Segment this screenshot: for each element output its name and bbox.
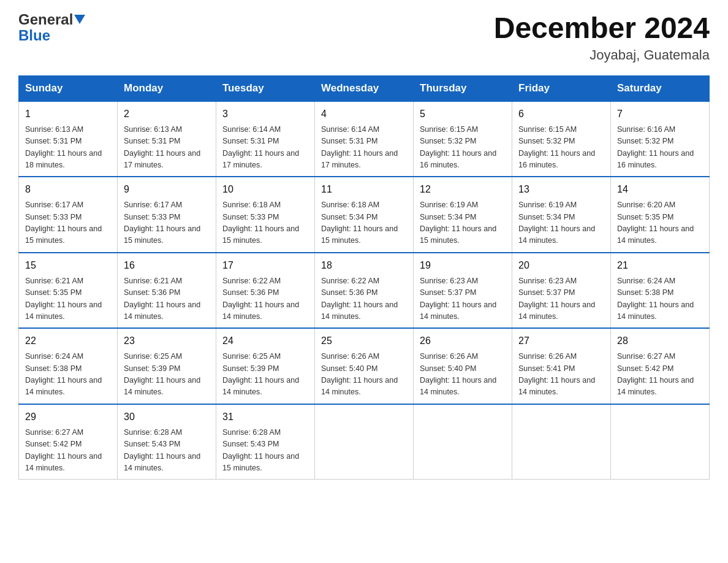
- day-number: 6: [518, 107, 604, 121]
- calendar-day-cell: [315, 404, 414, 480]
- calendar-day-cell: 30 Sunrise: 6:28 AM Sunset: 5:43 PM Dayl…: [118, 404, 216, 480]
- calendar-day-cell: 22 Sunrise: 6:24 AM Sunset: 5:38 PM Dayl…: [19, 328, 118, 404]
- day-info: Sunrise: 6:18 AM Sunset: 5:33 PM Dayligh…: [222, 199, 308, 247]
- day-number: 13: [518, 182, 604, 197]
- day-info: Sunrise: 6:25 AM Sunset: 5:39 PM Dayligh…: [222, 351, 308, 399]
- day-number: 5: [420, 107, 506, 121]
- weekday-header-saturday: Saturday: [611, 75, 710, 101]
- day-number: 26: [420, 334, 506, 348]
- day-info: Sunrise: 6:15 AM Sunset: 5:32 PM Dayligh…: [518, 124, 604, 172]
- day-info: Sunrise: 6:23 AM Sunset: 5:37 PM Dayligh…: [420, 275, 506, 323]
- day-number: 17: [222, 258, 308, 273]
- calendar-day-cell: 15 Sunrise: 6:21 AM Sunset: 5:35 PM Dayl…: [19, 253, 118, 329]
- calendar-day-cell: 10 Sunrise: 6:18 AM Sunset: 5:33 PM Dayl…: [216, 177, 315, 253]
- day-info: Sunrise: 6:27 AM Sunset: 5:42 PM Dayligh…: [25, 427, 111, 475]
- day-info: Sunrise: 6:27 AM Sunset: 5:42 PM Dayligh…: [617, 351, 703, 399]
- calendar-day-cell: 11 Sunrise: 6:18 AM Sunset: 5:34 PM Dayl…: [315, 177, 414, 253]
- day-info: Sunrise: 6:14 AM Sunset: 5:31 PM Dayligh…: [321, 124, 407, 172]
- day-info: Sunrise: 6:17 AM Sunset: 5:33 PM Dayligh…: [124, 199, 210, 247]
- day-info: Sunrise: 6:13 AM Sunset: 5:31 PM Dayligh…: [25, 124, 111, 172]
- logo-general: General: [18, 12, 85, 27]
- day-info: Sunrise: 6:13 AM Sunset: 5:31 PM Dayligh…: [124, 124, 210, 172]
- calendar-week-row: 1 Sunrise: 6:13 AM Sunset: 5:31 PM Dayli…: [19, 101, 710, 177]
- day-number: 9: [124, 182, 210, 197]
- calendar-day-cell: [512, 404, 611, 480]
- calendar-day-cell: 21 Sunrise: 6:24 AM Sunset: 5:38 PM Dayl…: [611, 253, 710, 329]
- day-info: Sunrise: 6:18 AM Sunset: 5:34 PM Dayligh…: [321, 199, 407, 247]
- day-number: 24: [222, 334, 308, 348]
- calendar-day-cell: 31 Sunrise: 6:28 AM Sunset: 5:43 PM Dayl…: [216, 404, 315, 480]
- day-number: 16: [124, 258, 210, 273]
- calendar-day-cell: 23 Sunrise: 6:25 AM Sunset: 5:39 PM Dayl…: [118, 328, 216, 404]
- calendar-week-row: 8 Sunrise: 6:17 AM Sunset: 5:33 PM Dayli…: [19, 177, 710, 253]
- day-number: 14: [617, 182, 703, 197]
- day-info: Sunrise: 6:19 AM Sunset: 5:34 PM Dayligh…: [518, 199, 604, 247]
- day-info: Sunrise: 6:21 AM Sunset: 5:35 PM Dayligh…: [25, 275, 111, 323]
- calendar-day-cell: 29 Sunrise: 6:27 AM Sunset: 5:42 PM Dayl…: [19, 404, 118, 480]
- day-info: Sunrise: 6:20 AM Sunset: 5:35 PM Dayligh…: [617, 199, 703, 247]
- day-info: Sunrise: 6:26 AM Sunset: 5:40 PM Dayligh…: [420, 351, 506, 399]
- day-info: Sunrise: 6:22 AM Sunset: 5:36 PM Dayligh…: [321, 275, 407, 323]
- day-info: Sunrise: 6:24 AM Sunset: 5:38 PM Dayligh…: [25, 351, 111, 399]
- calendar-day-cell: 7 Sunrise: 6:16 AM Sunset: 5:32 PM Dayli…: [611, 101, 710, 177]
- calendar-day-cell: 5 Sunrise: 6:15 AM Sunset: 5:32 PM Dayli…: [414, 101, 512, 177]
- day-number: 11: [321, 182, 407, 197]
- day-info: Sunrise: 6:21 AM Sunset: 5:36 PM Dayligh…: [124, 275, 210, 323]
- calendar-day-cell: 14 Sunrise: 6:20 AM Sunset: 5:35 PM Dayl…: [611, 177, 710, 253]
- day-number: 19: [420, 258, 506, 273]
- day-number: 7: [617, 107, 703, 121]
- calendar-day-cell: 19 Sunrise: 6:23 AM Sunset: 5:37 PM Dayl…: [414, 253, 512, 329]
- day-number: 25: [321, 334, 407, 348]
- logo: General Blue: [18, 12, 85, 44]
- day-number: 23: [124, 334, 210, 348]
- day-info: Sunrise: 6:22 AM Sunset: 5:36 PM Dayligh…: [222, 275, 308, 323]
- day-number: 28: [617, 334, 703, 348]
- day-number: 12: [420, 182, 506, 197]
- day-number: 29: [25, 410, 111, 424]
- calendar-day-cell: 9 Sunrise: 6:17 AM Sunset: 5:33 PM Dayli…: [118, 177, 216, 253]
- calendar-table: SundayMondayTuesdayWednesdayThursdayFrid…: [18, 75, 710, 480]
- day-info: Sunrise: 6:14 AM Sunset: 5:31 PM Dayligh…: [222, 124, 308, 172]
- weekday-header-thursday: Thursday: [414, 75, 512, 101]
- calendar-day-cell: 13 Sunrise: 6:19 AM Sunset: 5:34 PM Dayl…: [512, 177, 611, 253]
- day-number: 15: [25, 258, 111, 273]
- day-number: 21: [617, 258, 703, 273]
- logo-blue: Blue: [18, 27, 50, 44]
- calendar-day-cell: [414, 404, 512, 480]
- month-year-title: December 2024: [494, 12, 710, 45]
- calendar-day-cell: 6 Sunrise: 6:15 AM Sunset: 5:32 PM Dayli…: [512, 101, 611, 177]
- day-number: 18: [321, 258, 407, 273]
- day-info: Sunrise: 6:25 AM Sunset: 5:39 PM Dayligh…: [124, 351, 210, 399]
- calendar-day-cell: 8 Sunrise: 6:17 AM Sunset: 5:33 PM Dayli…: [19, 177, 118, 253]
- day-info: Sunrise: 6:26 AM Sunset: 5:41 PM Dayligh…: [518, 351, 604, 399]
- logo-arrow-icon: [73, 11, 85, 28]
- page-header: General Blue December 2024 Joyabaj, Guat…: [18, 12, 710, 63]
- calendar-day-cell: [611, 404, 710, 480]
- calendar-week-row: 15 Sunrise: 6:21 AM Sunset: 5:35 PM Dayl…: [19, 253, 710, 329]
- day-info: Sunrise: 6:28 AM Sunset: 5:43 PM Dayligh…: [222, 427, 308, 475]
- day-info: Sunrise: 6:28 AM Sunset: 5:43 PM Dayligh…: [124, 427, 210, 475]
- day-number: 22: [25, 334, 111, 348]
- calendar-week-row: 22 Sunrise: 6:24 AM Sunset: 5:38 PM Dayl…: [19, 328, 710, 404]
- day-info: Sunrise: 6:16 AM Sunset: 5:32 PM Dayligh…: [617, 124, 703, 172]
- calendar-day-cell: 4 Sunrise: 6:14 AM Sunset: 5:31 PM Dayli…: [315, 101, 414, 177]
- day-number: 1: [25, 107, 111, 121]
- day-info: Sunrise: 6:19 AM Sunset: 5:34 PM Dayligh…: [420, 199, 506, 247]
- day-number: 20: [518, 258, 604, 273]
- day-number: 3: [222, 107, 308, 121]
- calendar-day-cell: 1 Sunrise: 6:13 AM Sunset: 5:31 PM Dayli…: [19, 101, 118, 177]
- calendar-day-cell: 25 Sunrise: 6:26 AM Sunset: 5:40 PM Dayl…: [315, 328, 414, 404]
- calendar-day-cell: 24 Sunrise: 6:25 AM Sunset: 5:39 PM Dayl…: [216, 328, 315, 404]
- weekday-header-sunday: Sunday: [19, 75, 118, 101]
- day-number: 4: [321, 107, 407, 121]
- day-number: 27: [518, 334, 604, 348]
- day-number: 8: [25, 182, 111, 197]
- day-info: Sunrise: 6:23 AM Sunset: 5:37 PM Dayligh…: [518, 275, 604, 323]
- calendar-day-cell: 28 Sunrise: 6:27 AM Sunset: 5:42 PM Dayl…: [611, 328, 710, 404]
- day-number: 31: [222, 410, 308, 424]
- weekday-header-friday: Friday: [512, 75, 611, 101]
- day-info: Sunrise: 6:15 AM Sunset: 5:32 PM Dayligh…: [420, 124, 506, 172]
- location-subtitle: Joyabaj, Guatemala: [494, 47, 710, 63]
- calendar-day-cell: 3 Sunrise: 6:14 AM Sunset: 5:31 PM Dayli…: [216, 101, 315, 177]
- weekday-header-wednesday: Wednesday: [315, 75, 414, 101]
